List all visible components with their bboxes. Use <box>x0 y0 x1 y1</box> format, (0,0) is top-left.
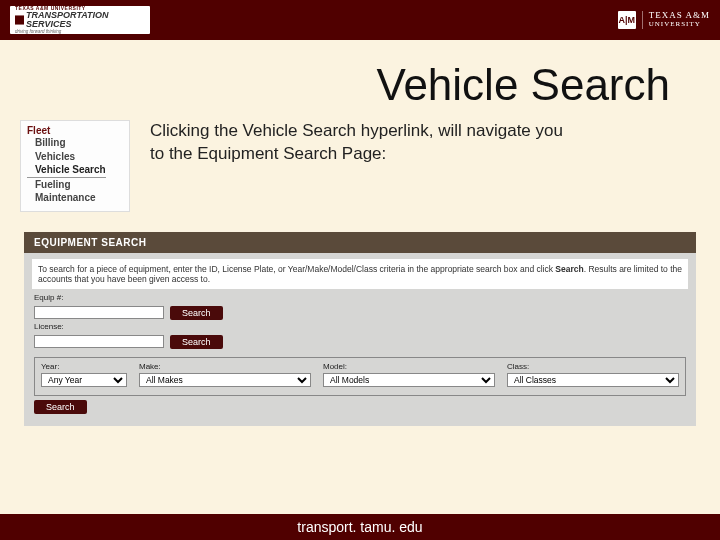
badge-line2: TRANSPORTATION SERVICES <box>15 11 145 29</box>
class-col: Class: All Classes <box>507 362 679 387</box>
header-bar: TEXAS A&M UNIVERSITY TRANSPORTATION SERV… <box>0 0 720 40</box>
license-label: License: <box>34 322 696 331</box>
nav-item-vehicle-search[interactable]: Vehicle Search <box>27 163 106 178</box>
criteria-search-button[interactable]: Search <box>34 400 87 414</box>
transportation-services-badge: TEXAS A&M UNIVERSITY TRANSPORTATION SERV… <box>10 6 150 34</box>
license-input[interactable] <box>34 335 164 348</box>
nav-item-billing: Billing <box>27 136 121 150</box>
fleet-nav-screenshot: Fleet Billing Vehicles Vehicle Search Fu… <box>20 120 130 212</box>
panel-heading: EQUIPMENT SEARCH <box>24 232 696 253</box>
year-col: Year: Any Year <box>41 362 127 387</box>
nav-item-maintenance: Maintenance <box>27 191 121 205</box>
atm-mark: A|M <box>618 11 636 29</box>
year-select[interactable]: Any Year <box>41 373 127 387</box>
tamu-logo: A|M TEXAS A&M UNIVERSITY <box>618 11 710 29</box>
equipment-search-screenshot: EQUIPMENT SEARCH To search for a piece o… <box>24 232 696 426</box>
tamu-name2: UNIVERSITY <box>649 21 710 29</box>
class-select[interactable]: All Classes <box>507 373 679 387</box>
equip-input[interactable] <box>34 306 164 319</box>
model-label: Model: <box>323 362 495 371</box>
model-select[interactable]: All Models <box>323 373 495 387</box>
year-label: Year: <box>41 362 127 371</box>
equip-search-button[interactable]: Search <box>170 306 223 320</box>
criteria-search-row: Search <box>34 400 686 414</box>
criteria-box: Year: Any Year Make: All Makes Model: Al… <box>34 357 686 396</box>
page-title: Vehicle Search <box>0 60 700 110</box>
license-search-button[interactable]: Search <box>170 335 223 349</box>
search-hint: To search for a piece of equipment, ente… <box>32 259 688 289</box>
bus-icon <box>15 15 24 25</box>
model-col: Model: All Models <box>323 362 495 387</box>
equip-row: Search <box>34 306 686 320</box>
footer-url: transport. tamu. edu <box>0 514 720 540</box>
instruction-text: Clicking the Vehicle Search hyperlink, w… <box>150 120 580 212</box>
make-col: Make: All Makes <box>139 362 311 387</box>
badge-line3: driving forward thinking <box>15 30 145 35</box>
license-row: Search <box>34 335 686 349</box>
logo-divider <box>642 11 643 29</box>
nav-head: Fleet <box>27 125 121 136</box>
svg-rect-0 <box>15 15 24 24</box>
make-select[interactable]: All Makes <box>139 373 311 387</box>
nav-item-vehicles: Vehicles <box>27 150 121 164</box>
make-label: Make: <box>139 362 311 371</box>
class-label: Class: <box>507 362 679 371</box>
nav-item-fueling: Fueling <box>27 178 121 192</box>
equip-label: Equip #: <box>34 293 696 302</box>
content-row: Fleet Billing Vehicles Vehicle Search Fu… <box>0 120 720 212</box>
